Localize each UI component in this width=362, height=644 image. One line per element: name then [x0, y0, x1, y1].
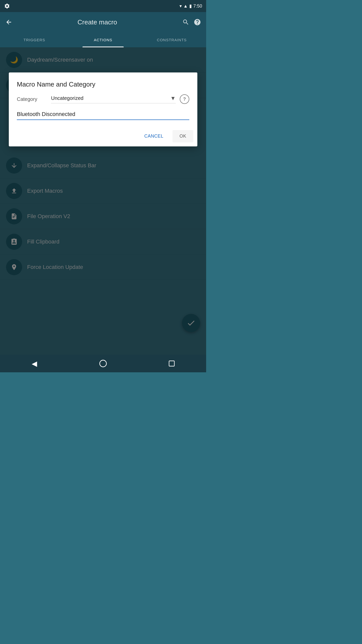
category-select[interactable]: Uncategorized ▼ — [51, 95, 176, 103]
app-bar-title: Create macro — [17, 18, 178, 26]
back-nav-button[interactable]: ◀ — [29, 358, 39, 369]
overlay: Macro Name and Category Category Uncateg… — [0, 47, 206, 355]
app-bar: Create macro — [0, 12, 206, 32]
back-button[interactable] — [5, 18, 13, 26]
signal-icon: ▲ — [183, 4, 188, 9]
tab-bar: TRIGGERS ACTIONS CONSTRAINTS — [0, 32, 206, 47]
recents-nav-button[interactable] — [167, 358, 177, 369]
bottom-nav: ◀ — [0, 355, 206, 372]
wifi-icon: ▾ — [179, 3, 182, 9]
chevron-down-icon: ▼ — [170, 95, 176, 102]
svg-rect-1 — [169, 361, 174, 366]
macro-name-input-container — [17, 110, 189, 120]
search-button[interactable] — [182, 18, 190, 26]
tab-actions[interactable]: ACTIONS — [69, 32, 137, 47]
status-bar-right: ▾ ▲ ▮ 7:50 — [179, 3, 202, 9]
help-button[interactable] — [194, 18, 201, 26]
content-area: 🌙 Daydream/Screensaver on Delete Macro M… — [0, 47, 206, 355]
clock: 7:50 — [193, 4, 202, 9]
ok-button[interactable]: OK — [172, 130, 193, 142]
category-row: Category Uncategorized ▼ ? — [17, 94, 189, 104]
status-bar-left — [4, 3, 10, 9]
macro-name-input[interactable] — [17, 110, 189, 119]
dialog-body: Category Uncategorized ▼ ? — [9, 94, 197, 128]
home-nav-button[interactable] — [98, 358, 108, 369]
tab-constraints[interactable]: CONSTRAINTS — [138, 32, 206, 47]
cancel-button[interactable]: CANCEL — [137, 130, 170, 142]
dialog: Macro Name and Category Category Uncateg… — [9, 72, 197, 146]
tab-triggers[interactable]: TRIGGERS — [0, 32, 69, 47]
battery-icon: ▮ — [189, 3, 192, 9]
status-bar: ▾ ▲ ▮ 7:50 — [0, 0, 206, 12]
svg-point-0 — [100, 360, 107, 367]
dialog-title: Macro Name and Category — [9, 72, 197, 94]
category-value: Uncategorized — [51, 95, 170, 101]
category-help-button[interactable]: ? — [180, 94, 189, 104]
category-label: Category — [17, 96, 47, 102]
dialog-actions: CANCEL OK — [9, 128, 197, 146]
gear-icon — [4, 3, 10, 9]
